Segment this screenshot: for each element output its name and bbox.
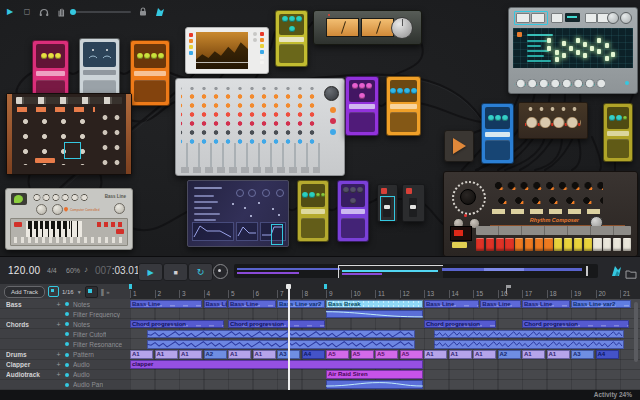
play-tool-icon[interactable]: ▶	[5, 7, 15, 17]
pedal-footswitch[interactable]	[301, 218, 325, 238]
pattern-grid-screen[interactable]	[513, 28, 633, 68]
time-signature[interactable]: 4/4	[47, 267, 57, 274]
loop-end-marker[interactable]	[324, 284, 327, 289]
clip[interactable]	[147, 330, 415, 339]
big-knob-row[interactable]	[525, 115, 581, 130]
track-row[interactable]: Filter Cutoff	[0, 329, 130, 339]
volume-knob[interactable]	[114, 203, 125, 214]
grid-resolution-select[interactable]: 1/16	[62, 289, 74, 295]
clip[interactable]: Air Raid Siren	[326, 370, 423, 379]
add-track-button[interactable]: Add Track	[4, 286, 45, 298]
pattern-step-cell[interactable]	[597, 38, 601, 43]
clip[interactable]: Bass Line	[228, 300, 276, 309]
left-buttons[interactable]	[189, 33, 193, 55]
draw-tool-button[interactable]	[85, 286, 98, 298]
clip[interactable]: A1	[424, 350, 447, 359]
play-triangle-icon[interactable]	[453, 138, 466, 154]
clip[interactable]: A1	[130, 350, 153, 359]
distortion-rack-device[interactable]	[518, 102, 588, 139]
synth-knob[interactable]	[248, 189, 256, 197]
lane-active-dot[interactable]	[65, 353, 69, 357]
right-buttons[interactable]	[260, 32, 264, 64]
waveform-screen[interactable]	[196, 32, 248, 69]
lane-bass-notes[interactable]: Bass LineBass LineBass LineBass Line var…	[130, 299, 640, 309]
pattern-step-cell[interactable]	[562, 41, 566, 46]
pattern-step-cell[interactable]	[611, 52, 615, 57]
pedal-knobs[interactable]	[607, 107, 629, 129]
tune-knob-row[interactable]	[32, 193, 90, 202]
envelope-editor-device[interactable]	[185, 27, 269, 74]
red-button[interactable]	[116, 229, 124, 234]
arrangement-overview[interactable]	[234, 264, 598, 278]
add-lane-button[interactable]: +	[54, 361, 63, 368]
pedal-knobs[interactable]	[301, 184, 325, 207]
clip[interactable]: Chord progression	[522, 320, 629, 329]
seq-knob[interactable]	[620, 12, 632, 24]
pedal-footswitch[interactable]	[349, 112, 375, 132]
clip[interactable]: A5	[400, 350, 423, 359]
pattern-step-cell[interactable]	[583, 53, 587, 58]
pattern-step-cell[interactable]	[555, 50, 559, 55]
mini-gain-device[interactable]	[402, 184, 425, 222]
loop-button[interactable]: ↻	[188, 263, 213, 281]
pedal-footswitch[interactable]	[341, 218, 365, 238]
pattern-step-cell[interactable]	[597, 49, 601, 54]
channel-knob-grid[interactable]	[181, 84, 320, 144]
clip[interactable]: Chord progression	[424, 320, 496, 329]
clip[interactable]: Chord progression	[130, 320, 224, 329]
pedal-footswitch[interactable]	[134, 80, 166, 102]
clip[interactable]: Bass Line	[522, 300, 570, 309]
level-knob-row[interactable]	[492, 179, 603, 190]
lane-clapper-audio[interactable]: clapper	[130, 360, 640, 370]
drum-machine-device[interactable]: Rhythm Composer	[443, 171, 638, 257]
synth-panel-device[interactable]	[187, 180, 289, 247]
mixing-desk[interactable]	[175, 78, 345, 176]
record-button[interactable]	[213, 264, 228, 279]
resonance-knob[interactable]	[52, 204, 63, 215]
lane-active-dot[interactable]	[65, 322, 69, 326]
track-row[interactable]: Drums+Pattern	[0, 350, 130, 360]
pedal-purple-phaser[interactable]	[337, 180, 369, 242]
tempo-display[interactable]: 120.00	[8, 265, 40, 276]
pedal-knobs[interactable]	[134, 44, 166, 68]
knob-grid[interactable]	[16, 114, 97, 165]
seq-knob-row[interactable]	[514, 72, 605, 89]
add-lane-button[interactable]: +	[54, 351, 63, 358]
pedal-footswitch[interactable]	[485, 140, 510, 160]
pedal-purple-reverb[interactable]	[345, 76, 379, 136]
seq-knob[interactable]	[607, 12, 619, 24]
pedal-yellow[interactable]	[603, 103, 633, 162]
drum-sequencer-device[interactable]	[508, 7, 638, 94]
clip[interactable]	[326, 310, 423, 319]
swing-display[interactable]: 60%	[66, 267, 80, 274]
orange-button[interactable]	[35, 158, 55, 163]
zoom-slider[interactable]	[73, 11, 131, 13]
envelope-display[interactable]	[236, 222, 258, 241]
clip[interactable]: Bass Break	[326, 300, 423, 309]
track-row[interactable]: Audio Pan	[0, 380, 130, 390]
synth-knob[interactable]	[262, 189, 270, 197]
pedal-knobs[interactable]	[36, 44, 65, 68]
mini-knobs[interactable]	[253, 32, 257, 42]
lane-bass-filter-frequency[interactable]	[130, 309, 640, 319]
track-row[interactable]: Clapper+Audio	[0, 360, 130, 370]
red-button[interactable]	[14, 222, 22, 227]
vu-leveler-device[interactable]	[313, 10, 422, 45]
pattern-step-cell[interactable]	[605, 56, 609, 61]
pedal-knobs[interactable]	[279, 14, 304, 35]
lane-audiotrack-audio-pan[interactable]	[130, 380, 640, 390]
mini-button[interactable]	[381, 188, 387, 194]
tone-knob-row[interactable]	[492, 194, 603, 205]
zoom-slider-handle[interactable]	[70, 9, 76, 15]
clip[interactable]: A1	[449, 350, 472, 359]
mini-fader-device[interactable]	[377, 184, 398, 222]
pedal-orange[interactable]	[130, 40, 170, 106]
synth-knob[interactable]	[276, 189, 284, 197]
clip[interactable]: A5	[326, 350, 349, 359]
clip[interactable]: A4	[596, 350, 619, 359]
draw-flag-icon[interactable]	[155, 7, 165, 17]
slider-row[interactable]	[16, 97, 122, 104]
pedal-display[interactable]	[83, 42, 116, 67]
loop-start-marker[interactable]	[129, 284, 132, 289]
folder-icon[interactable]	[625, 265, 637, 283]
